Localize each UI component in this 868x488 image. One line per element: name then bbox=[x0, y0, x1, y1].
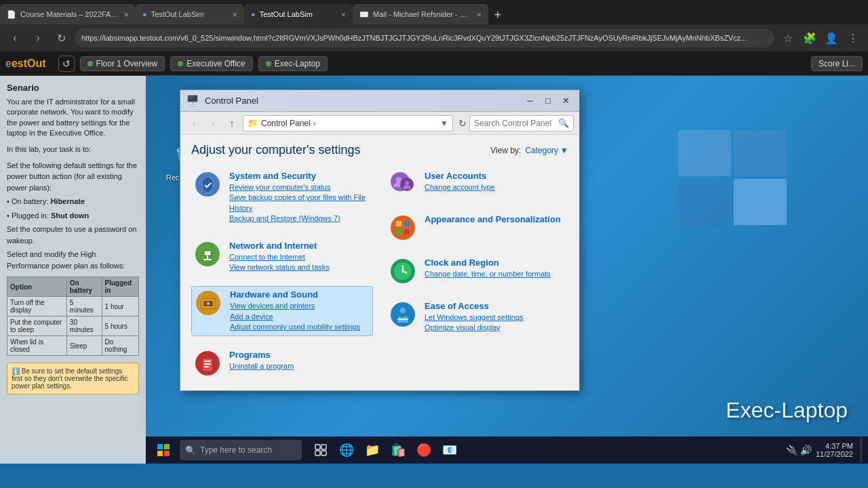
users-link1[interactable]: Change account type bbox=[425, 182, 566, 192]
cp-clock-item[interactable]: Clock and Region Change date, time, or n… bbox=[387, 255, 568, 287]
show-desktop-button[interactable] bbox=[860, 438, 863, 462]
cp-forward-button[interactable]: › bbox=[205, 115, 221, 131]
ease-link1[interactable]: Let Windows suggest settings bbox=[425, 312, 566, 323]
programs-link1[interactable]: Uninstall a program bbox=[229, 361, 370, 371]
svg-point-8 bbox=[207, 302, 210, 305]
score-button[interactable]: Score Li... bbox=[811, 56, 863, 71]
users-text: User Accounts Change account type bbox=[425, 171, 566, 192]
labsim-refresh-button[interactable]: ↺ bbox=[58, 56, 75, 72]
hardware-link1[interactable]: View devices and printers bbox=[230, 301, 370, 311]
tab-1[interactable]: 📄 Course Materials – 2022FA_CIS1... × bbox=[0, 4, 136, 24]
users-title[interactable]: User Accounts bbox=[425, 171, 566, 181]
reload-button[interactable]: ↻ bbox=[52, 28, 71, 47]
programs-title[interactable]: Programs bbox=[229, 350, 370, 360]
forward-button[interactable]: › bbox=[28, 28, 47, 47]
tab-3-close[interactable]: × bbox=[340, 9, 346, 20]
mail-button[interactable]: 📧 bbox=[437, 438, 462, 462]
main-area: Senario You are the IT administrator for… bbox=[0, 76, 868, 464]
cp-system-security-item[interactable]: System and Security Review your computer… bbox=[191, 168, 373, 227]
cp-address-chevron: › bbox=[313, 119, 316, 128]
tab-4[interactable]: ✉️ Mail - Michael Refsnider - Outlo... × bbox=[353, 4, 488, 24]
tab-2-icon: ● bbox=[142, 10, 147, 18]
bookmark-button[interactable]: ☆ bbox=[778, 28, 797, 47]
chevron-down-icon: ▼ bbox=[560, 146, 568, 155]
cp-nav-bar: ‹ › ↑ 📁 Control Panel › ▼ ↻ 🔍 bbox=[180, 112, 579, 135]
cp-hardware-item[interactable]: Hardware and Sound View devices and prin… bbox=[191, 286, 373, 336]
extensions-button[interactable]: 🧩 bbox=[800, 28, 819, 47]
network-title[interactable]: Network and Internet bbox=[229, 241, 370, 251]
store-button[interactable]: 🛍️ bbox=[386, 438, 410, 462]
clock-link1[interactable]: Change date, time, or number formats bbox=[425, 269, 566, 279]
exec-laptop-button[interactable]: Exec-Laptop bbox=[258, 56, 328, 71]
tab-bar: 📄 Course Materials – 2022FA_CIS1... × ● … bbox=[0, 0, 868, 24]
cp-maximize-button[interactable]: □ bbox=[540, 94, 556, 108]
back-button[interactable]: ‹ bbox=[5, 28, 24, 47]
executive-office-button[interactable]: Executive Office bbox=[170, 56, 252, 71]
cp-network-item[interactable]: Network and Internet Connect to the Inte… bbox=[191, 238, 373, 276]
svg-point-18 bbox=[391, 216, 415, 240]
cp-users-item[interactable]: User Accounts Change account type bbox=[387, 168, 568, 201]
system-security-link1[interactable]: Review your computer's status bbox=[229, 182, 370, 192]
hardware-text: Hardware and Sound View devices and prin… bbox=[230, 289, 370, 332]
cp-minimize-button[interactable]: ─ bbox=[522, 94, 538, 108]
menu-button[interactable]: ⋮ bbox=[844, 28, 863, 47]
tab-1-close[interactable]: × bbox=[123, 9, 129, 20]
cp-back-button[interactable]: ‹ bbox=[186, 115, 202, 131]
cp-address-bar[interactable]: 📁 Control Panel › ▼ bbox=[243, 115, 453, 131]
svg-rect-38 bbox=[321, 451, 326, 455]
profile-button[interactable]: 👤 bbox=[822, 28, 841, 47]
system-security-link2[interactable]: Save backup copies of your files with Fi… bbox=[229, 192, 370, 214]
system-security-link3[interactable]: Backup and Restore (Windows 7) bbox=[229, 214, 370, 224]
tab-2[interactable]: ● TestOut LabSim × bbox=[136, 4, 244, 24]
task-view-button[interactable] bbox=[309, 438, 333, 462]
tab-2-close[interactable]: × bbox=[232, 9, 237, 20]
view-by-dropdown[interactable]: Category ▼ bbox=[525, 146, 568, 155]
address-bar[interactable]: https://labsimapp.testout.com/v6_0_525/s… bbox=[75, 28, 774, 47]
clock-title[interactable]: Clock and Region bbox=[425, 258, 566, 268]
cp-appearance-item[interactable]: Appearance and Personalization bbox=[387, 211, 568, 244]
power-table-container: Option On battery Plugged in Turn off th… bbox=[7, 277, 139, 356]
cp-close-button[interactable]: ✕ bbox=[557, 94, 574, 108]
hardware-link3[interactable]: Adjust commonly used mobility settings bbox=[230, 322, 370, 332]
cp-refresh-button[interactable]: ↻ bbox=[458, 118, 467, 129]
new-tab-button[interactable]: + bbox=[488, 5, 507, 24]
hardware-link2[interactable]: Add a device bbox=[230, 312, 370, 322]
cp-programs-item[interactable]: Programs Uninstall a program bbox=[191, 347, 373, 380]
ease-link2[interactable]: Optimize visual display bbox=[425, 323, 566, 333]
ease-title[interactable]: Ease of Access bbox=[425, 301, 566, 311]
taskbar-search[interactable]: 🔍 Type here to search bbox=[180, 440, 302, 460]
svg-rect-35 bbox=[315, 445, 320, 449]
cp-search-box[interactable]: 🔍 bbox=[469, 115, 574, 131]
network-tray-icon[interactable]: 🔌 bbox=[786, 445, 797, 455]
network-link1[interactable]: Connect to the Internet bbox=[229, 252, 370, 262]
programs-icon bbox=[194, 350, 221, 377]
cp-address-folder-icon: 📁 bbox=[248, 118, 258, 128]
file-explorer-button[interactable]: 📁 bbox=[360, 438, 384, 462]
network-link2[interactable]: View network status and tasks bbox=[229, 262, 370, 272]
system-security-title[interactable]: System and Security bbox=[229, 171, 370, 181]
volume-icon[interactable]: 🔊 bbox=[800, 445, 812, 455]
hardware-title[interactable]: Hardware and Sound bbox=[230, 289, 370, 300]
clock-icon bbox=[389, 258, 416, 285]
tab-3[interactable]: ● TestOut LabSim × bbox=[244, 4, 353, 24]
svg-point-28 bbox=[391, 302, 415, 327]
clock-display[interactable]: 4:37 PM 11/27/2022 bbox=[816, 442, 853, 458]
exec-laptop-label: Exec-Laptop bbox=[275, 59, 320, 68]
cp-up-button[interactable]: ↑ bbox=[224, 115, 240, 131]
appearance-title[interactable]: Appearance and Personalization bbox=[425, 214, 566, 224]
chrome-button[interactable]: 🔴 bbox=[412, 438, 436, 462]
view-by-value: Category bbox=[525, 146, 558, 155]
row2-plugged: 5 hours bbox=[102, 317, 138, 336]
cp-address-dropdown: ▼ bbox=[440, 119, 448, 128]
edge-browser-button[interactable]: 🌐 bbox=[334, 438, 359, 462]
desktop: 🗑️ Recycle Bin Exec-Laptop 🖥️ Control Pa… bbox=[146, 76, 868, 464]
tab-4-close[interactable]: × bbox=[476, 9, 481, 20]
floor1-overview-button[interactable]: Floor 1 Overview bbox=[80, 56, 165, 71]
cp-search-input[interactable] bbox=[474, 119, 555, 128]
cp-ease-item[interactable]: Ease of Access Let Windows suggest setti… bbox=[387, 298, 568, 336]
start-button[interactable] bbox=[151, 438, 176, 462]
appearance-icon bbox=[389, 214, 416, 241]
taskbar: 🔍 Type here to search 🌐 📁 🛍️ 🔴 📧 bbox=[146, 436, 868, 464]
cp-content: System and Security Review your computer… bbox=[180, 163, 579, 390]
row2-battery: 30 minutes bbox=[66, 317, 102, 336]
